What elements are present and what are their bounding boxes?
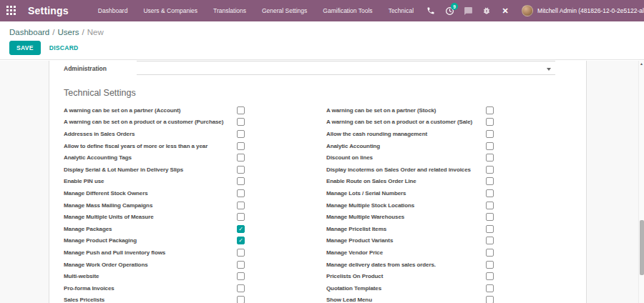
caret-down-icon: [547, 68, 551, 71]
setting-row: A warning can be set on a product or a c…: [326, 116, 494, 129]
setting-checkbox[interactable]: [237, 249, 245, 257]
scrollbar-up-arrow[interactable]: ▲: [639, 61, 644, 66]
save-button[interactable]: SAVE: [9, 41, 41, 55]
setting-checkbox[interactable]: [486, 177, 494, 185]
activity-clock-icon[interactable]: 9: [440, 0, 459, 21]
setting-row: Analytic Accounting Tags: [64, 152, 245, 164]
setting-checkbox[interactable]: [486, 189, 494, 197]
setting-checkbox[interactable]: [486, 213, 494, 221]
phone-icon[interactable]: [421, 0, 440, 21]
setting-checkbox[interactable]: [486, 249, 494, 257]
setting-checkbox[interactable]: [486, 154, 494, 162]
setting-row: Manage Multiple Warehouses: [326, 211, 494, 223]
user-menu[interactable]: Mitchell Admin (481826-12-0-2e5122-all) …: [519, 5, 644, 16]
bug-icon[interactable]: [477, 0, 496, 21]
setting-row: Manage Multiple Stock Locations: [326, 199, 494, 212]
setting-checkbox[interactable]: [237, 213, 245, 221]
scrollbar[interactable]: ▲: [638, 61, 644, 303]
setting-checkbox[interactable]: [486, 118, 494, 126]
setting-checkbox[interactable]: [237, 142, 245, 150]
action-buttons: SAVE DISCARD: [0, 36, 644, 55]
topbar: Settings DashboardUsers & CompaniesTrans…: [0, 0, 644, 21]
breadcrumb-dashboard[interactable]: Dashboard: [9, 28, 49, 36]
setting-label: A warning can be set on a product or a c…: [326, 119, 486, 125]
setting-checkbox[interactable]: [486, 296, 494, 303]
setting-checkbox[interactable]: [237, 130, 245, 138]
setting-checkbox[interactable]: ✓: [237, 225, 245, 233]
form-content: Administration Technical Settings A warn…: [0, 61, 644, 303]
setting-label: Manage delivery dates from sales orders.: [326, 262, 486, 268]
settings-app-window: Settings DashboardUsers & CompaniesTrans…: [0, 0, 644, 303]
topbar-menu-item[interactable]: Technical: [381, 0, 421, 21]
settings-column-left: A warning can be set on a partner (Accou…: [64, 104, 245, 303]
topbar-menu-item[interactable]: General Settings: [254, 0, 315, 21]
setting-label: A warning can be set on a product or a c…: [64, 119, 237, 125]
setting-label: Enable Route on Sales Order Line: [326, 178, 486, 184]
setting-checkbox[interactable]: [486, 202, 494, 209]
setting-label: Analytic Accounting Tags: [64, 154, 237, 161]
setting-label: Allow the cash rounding management: [326, 131, 486, 137]
chat-icon[interactable]: [459, 0, 477, 21]
setting-label: Pro-forma Invoices: [64, 285, 237, 292]
setting-checkbox[interactable]: [237, 118, 245, 126]
setting-checkbox[interactable]: [486, 284, 494, 292]
setting-label: Sales Pricelists: [64, 297, 237, 303]
setting-row: Sales Pricelists: [64, 294, 245, 303]
setting-checkbox[interactable]: [486, 106, 494, 114]
administration-field-label: Administration: [64, 65, 107, 72]
discard-button[interactable]: DISCARD: [49, 44, 79, 51]
setting-row: Manage delivery dates from sales orders.: [326, 259, 494, 271]
setting-row: Enable Route on Sales Order Line: [326, 176, 494, 188]
setting-row: Manage Pricelist Items: [326, 223, 494, 235]
close-icon[interactable]: ✕: [496, 0, 514, 21]
setting-checkbox[interactable]: [237, 154, 245, 162]
setting-checkbox[interactable]: [237, 177, 245, 185]
scrollbar-thumb[interactable]: [640, 220, 644, 275]
setting-row: Manage Work Order Operations: [64, 259, 245, 271]
topbar-menu-item[interactable]: Translations: [205, 0, 254, 21]
setting-label: A warning can be set on a partner (Stock…: [326, 107, 486, 114]
setting-checkbox[interactable]: [486, 237, 494, 244]
setting-checkbox[interactable]: [237, 284, 245, 292]
setting-row: Manage Mass Mailing Campaigns: [64, 199, 245, 212]
topbar-menu-item[interactable]: Users & Companies: [135, 0, 205, 21]
setting-label: Manage Product Variants: [326, 237, 486, 244]
topbar-menu-item[interactable]: Gamification Tools: [315, 0, 380, 21]
systray: 9 ✕ Mitchell Admin (481826-12-0-2e5122-a…: [421, 0, 644, 21]
setting-checkbox[interactable]: [486, 130, 494, 138]
settings-column-right: A warning can be set on a partner (Stock…: [326, 104, 494, 303]
setting-checkbox[interactable]: [237, 202, 245, 209]
setting-label: Manage Multiple Units of Measure: [64, 214, 237, 220]
setting-row: Display Serial & Lot Number in Delivery …: [64, 164, 245, 176]
setting-checkbox[interactable]: [237, 189, 245, 197]
setting-label: Manage Pricelist Items: [326, 226, 486, 232]
app-title: Settings: [28, 5, 69, 16]
setting-label: Display Serial & Lot Number in Delivery …: [64, 167, 237, 173]
setting-checkbox[interactable]: [486, 261, 494, 269]
breadcrumb-users[interactable]: Users: [57, 28, 79, 36]
setting-checkbox[interactable]: [237, 272, 245, 280]
setting-label: Manage Different Stock Owners: [64, 190, 237, 197]
setting-label: Manage Packages: [64, 226, 237, 232]
apps-grid-icon[interactable]: [6, 6, 16, 16]
administration-select[interactable]: [137, 62, 555, 75]
setting-checkbox[interactable]: [237, 296, 245, 303]
setting-checkbox[interactable]: [486, 225, 494, 233]
setting-label: Manage Work Order Operations: [64, 262, 237, 268]
setting-label: Manage Multiple Stock Locations: [326, 202, 486, 209]
setting-checkbox[interactable]: [237, 106, 245, 114]
topbar-menu-item[interactable]: Dashboard: [90, 0, 136, 21]
setting-checkbox[interactable]: ✓: [237, 237, 245, 244]
setting-label: Analytic Accounting: [326, 143, 486, 149]
setting-checkbox[interactable]: [486, 272, 494, 280]
setting-row: Quotation Templates: [326, 282, 494, 294]
setting-row: Show Lead Menu: [326, 294, 494, 303]
setting-checkbox[interactable]: [237, 261, 245, 269]
setting-checkbox[interactable]: [486, 166, 494, 174]
section-title: Technical Settings: [64, 88, 136, 98]
setting-label: Manage Multiple Warehouses: [326, 214, 486, 220]
breadcrumb: Dashboard/Users/New: [0, 21, 644, 36]
setting-checkbox[interactable]: [486, 142, 494, 150]
activity-count-badge: 9: [451, 3, 458, 10]
setting-checkbox[interactable]: [237, 166, 245, 174]
